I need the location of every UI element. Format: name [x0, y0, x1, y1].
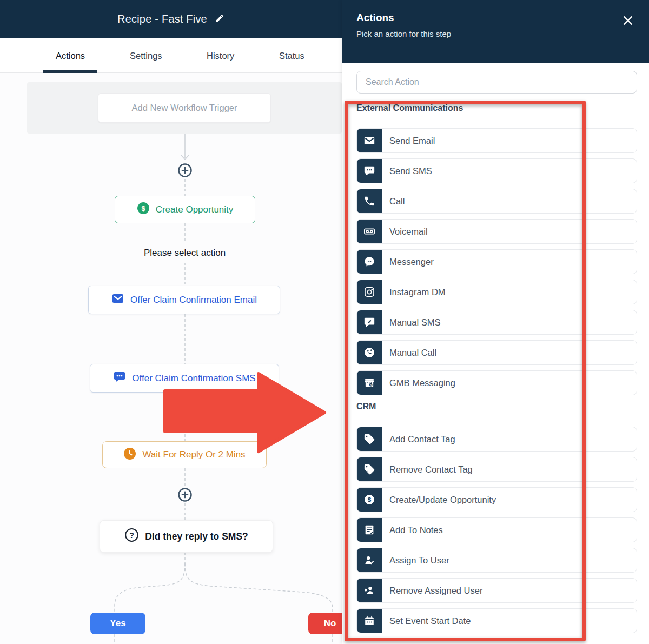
instagram-dm-icon [357, 280, 382, 304]
tab-label: History [207, 51, 234, 61]
actions-panel: Actions Pick an action for this step Ext… [342, 0, 649, 644]
set-event-start-date-icon [357, 608, 382, 633]
workflow-header: Recipe - Fast Five [0, 0, 342, 38]
action-item[interactable]: G GMB Messaging [356, 370, 637, 395]
action-item[interactable]: Instagram DM [356, 280, 637, 304]
question-icon: ? [124, 528, 139, 545]
action-item-label: Send SMS [389, 166, 432, 176]
actions-panel-subtitle: Pick an action for this step [356, 29, 635, 38]
branch-yes-button[interactable]: Yes [90, 613, 145, 634]
action-item[interactable]: $ Create/Update Opportunity [356, 487, 637, 512]
send-email-icon [357, 128, 382, 153]
tab-settings[interactable]: Settings [130, 38, 162, 73]
action-sections: External Communications Send Email Send … [356, 103, 637, 633]
action-item[interactable]: Manual SMS [356, 310, 637, 335]
action-item-label: Remove Contact Tag [389, 464, 473, 475]
opportunity-dollar-icon: $ [137, 202, 150, 217]
please-select-action-text: Please select action [135, 243, 234, 263]
create-update-opportunity-icon: $ [357, 487, 382, 512]
create-opportunity-label: Create Opportunity [156, 204, 234, 215]
tab-bar: ActionsSettingsHistoryStatus [0, 38, 342, 73]
plus-icon [177, 487, 193, 503]
action-item-label: Add Contact Tag [389, 434, 455, 444]
action-item-label: Messenger [389, 257, 434, 267]
tab-actions[interactable]: Actions [56, 38, 85, 73]
action-section: CRM Add Contact Tag Remove Contact Tag $… [356, 402, 637, 633]
workflow-title: Recipe - Fast Five [117, 13, 207, 25]
action-item-label: Voicemail [389, 227, 428, 237]
tab-status[interactable]: Status [279, 38, 304, 73]
action-item[interactable]: Add To Notes [356, 517, 637, 542]
action-item[interactable]: Send Email [356, 128, 637, 153]
tab-history[interactable]: History [207, 38, 234, 73]
email-icon [111, 292, 124, 308]
search-action-input[interactable] [356, 71, 637, 94]
condition-node[interactable]: ? Did they reply to SMS? [100, 520, 273, 553]
manual-call-icon [357, 340, 382, 365]
action-item-label: Send Email [389, 136, 435, 146]
action-item[interactable]: Manual Call [356, 340, 637, 365]
create-opportunity-node[interactable]: $ Create Opportunity [115, 196, 255, 223]
workflow-canvas: Add New Workflow Trigger $ Create Opport… [0, 73, 342, 644]
action-item[interactable]: Add Contact Tag [356, 427, 637, 452]
svg-text:G: G [370, 384, 372, 387]
branch-no-button[interactable]: No [308, 613, 342, 634]
add-contact-tag-icon [357, 427, 382, 452]
trigger-banner: Add New Workflow Trigger [27, 82, 342, 134]
assign-to-user-icon [357, 548, 382, 573]
section-title: External Communications [356, 103, 637, 113]
section-title: CRM [356, 402, 637, 411]
red-arrow-annotation [162, 300, 327, 454]
svg-text:$: $ [368, 496, 372, 503]
action-item-label: Add To Notes [389, 525, 443, 535]
workflow-builder: Recipe - Fast Five ActionsSettingsHistor… [0, 0, 649, 644]
action-item[interactable]: Assign To User [356, 548, 637, 573]
action-item-label: Set Event Start Date [389, 616, 471, 626]
action-item[interactable]: Remove Contact Tag [356, 457, 637, 482]
add-step-plus-button-1[interactable] [177, 162, 193, 178]
clock-icon [123, 447, 136, 463]
tab-label: Actions [56, 51, 85, 61]
actions-panel-body: External Communications Send Email Send … [342, 63, 649, 633]
edit-pencil-icon[interactable] [215, 14, 224, 25]
manual-sms-icon [357, 310, 382, 335]
action-item-label: Manual Call [389, 348, 436, 358]
remove-contact-tag-icon [357, 457, 382, 482]
action-item[interactable]: Set Event Start Date [356, 608, 637, 633]
voicemail-icon [357, 219, 382, 244]
action-item[interactable]: Messenger [356, 249, 637, 274]
action-item-label: Create/Update Opportunity [389, 495, 496, 505]
action-section: External Communications Send Email Send … [356, 103, 637, 395]
svg-text:?: ? [129, 531, 134, 540]
messenger-icon [357, 249, 382, 274]
actions-panel-title: Actions [356, 12, 635, 24]
gmb-messaging-icon: G [357, 370, 382, 395]
add-to-notes-icon [357, 517, 382, 542]
remove-assigned-user-icon [357, 578, 382, 603]
action-item-label: Assign To User [389, 555, 449, 566]
sms-icon [113, 370, 126, 386]
condition-label: Did they reply to SMS? [145, 531, 248, 542]
send-sms-icon [357, 158, 382, 183]
plus-icon [177, 162, 193, 178]
add-workflow-trigger-button[interactable]: Add New Workflow Trigger [98, 93, 271, 123]
action-item-label: Manual SMS [389, 317, 440, 328]
action-item[interactable]: Call [356, 189, 637, 214]
action-item-label: GMB Messaging [389, 378, 455, 388]
tab-label: Settings [130, 51, 162, 61]
svg-text:$: $ [141, 204, 145, 213]
close-icon[interactable] [621, 14, 635, 28]
action-item[interactable]: Remove Assigned User [356, 578, 637, 603]
actions-panel-header: Actions Pick an action for this step [342, 0, 649, 63]
action-item-label: Remove Assigned User [389, 586, 482, 596]
action-item-label: Call [389, 196, 405, 207]
action-item[interactable]: Voicemail [356, 219, 637, 244]
action-item-label: Instagram DM [389, 287, 446, 297]
tab-label: Status [279, 51, 304, 61]
action-item[interactable]: Send SMS [356, 158, 637, 183]
call-icon [357, 189, 382, 214]
add-step-plus-button-3[interactable] [177, 487, 193, 503]
